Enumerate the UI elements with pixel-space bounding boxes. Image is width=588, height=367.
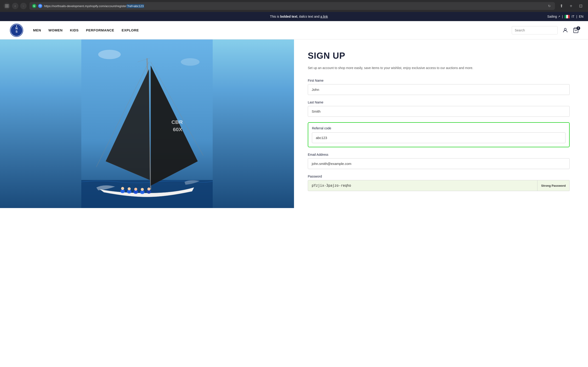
svg-rect-3 xyxy=(565,15,566,18)
reload-button[interactable]: ↻ xyxy=(547,3,552,9)
nav-item-kids[interactable]: KIDS xyxy=(70,27,79,33)
user-icon xyxy=(562,27,568,33)
password-field-wrapper: Strong Password xyxy=(308,180,570,191)
password-input[interactable] xyxy=(308,180,537,191)
forward-button[interactable]: › xyxy=(20,3,27,9)
announcement-middle: text and xyxy=(307,15,320,18)
first-name-input[interactable] xyxy=(308,84,570,95)
new-tab-button[interactable]: + xyxy=(567,2,575,10)
sailing-arrow-icon: ↗ xyxy=(558,15,560,18)
account-button[interactable] xyxy=(562,27,568,33)
nav-item-men[interactable]: MEN xyxy=(33,27,41,33)
referral-code-group: Referral code xyxy=(308,122,570,147)
url-prefix: https://northsails-development.myshopify… xyxy=(44,4,127,8)
share-button[interactable]: ⬆ xyxy=(558,2,565,10)
email-group: Email Address xyxy=(308,153,570,169)
form-title: SIGN UP xyxy=(308,51,570,61)
announcement-text: This is bolded text, italics text and a … xyxy=(51,15,547,18)
sailing-label: Sailing xyxy=(547,15,557,18)
referral-code-input[interactable] xyxy=(312,132,565,143)
grammarly-icon: G xyxy=(32,4,36,8)
site-wrapper: This is bolded text, italics text and a … xyxy=(0,12,588,208)
password-label: Password xyxy=(308,175,570,178)
form-subtitle: Set up an account to shop more easily, s… xyxy=(308,65,570,70)
svg-point-25 xyxy=(128,187,131,190)
first-name-group: First Name xyxy=(308,79,570,95)
svg-point-12 xyxy=(564,28,566,30)
announcement-prefix: This is xyxy=(270,15,280,18)
last-name-input[interactable] xyxy=(308,106,570,117)
privacy-extension-icon: 🛡 xyxy=(38,4,42,8)
nav-item-women[interactable]: WOMEN xyxy=(48,27,63,33)
first-name-label: First Name xyxy=(308,79,570,82)
email-input[interactable] xyxy=(308,158,570,169)
announcement-right: Sailing ↗ | IT | EN xyxy=(547,15,583,18)
signup-form: First Name Last Name Referral code Email… xyxy=(308,79,570,191)
hero-image: CBR 60X xyxy=(0,40,294,208)
svg-point-23 xyxy=(121,187,124,190)
address-bar[interactable]: G 🛡 https://northsails-development.mysho… xyxy=(29,2,555,10)
svg-text:N: N xyxy=(15,27,17,30)
cart-badge: 1 xyxy=(577,26,580,30)
announcement-bar: This is bolded text, italics text and a … xyxy=(0,12,588,21)
lang-separator: | xyxy=(576,15,577,18)
lang-divider: | xyxy=(562,15,563,18)
windows-button[interactable]: ⊡ xyxy=(577,2,584,10)
announcement-bold: bolded text xyxy=(280,15,297,18)
announcement-link[interactable]: a link xyxy=(320,15,328,18)
search-box[interactable] xyxy=(512,26,558,34)
referral-code-label: Referral code xyxy=(312,126,565,130)
strong-password-button[interactable]: Strong Password xyxy=(537,180,570,191)
site-logo[interactable]: N S xyxy=(9,23,24,38)
password-group: Password Strong Password xyxy=(308,175,570,191)
search-input[interactable] xyxy=(515,28,555,32)
svg-rect-0 xyxy=(5,5,9,5)
site-header: N S MEN WOMEN KIDS PERFORMANCE EXPLORE xyxy=(0,21,588,40)
email-label: Email Address xyxy=(308,153,570,156)
url-text: https://northsails-development.myshopify… xyxy=(44,4,545,8)
browser-controls: ‹ › xyxy=(4,3,27,9)
svg-rect-4 xyxy=(566,15,568,18)
svg-point-33 xyxy=(181,58,199,66)
last-name-label: Last Name xyxy=(308,100,570,104)
nav-item-explore[interactable]: EXPLORE xyxy=(121,27,139,33)
announcement-comma: , xyxy=(297,15,299,18)
svg-point-29 xyxy=(141,188,144,191)
last-name-group: Last Name xyxy=(308,100,570,117)
sailboat-scene-svg: CBR 60X xyxy=(0,40,294,208)
svg-point-31 xyxy=(147,188,150,191)
svg-point-32 xyxy=(98,50,121,59)
north-sails-logo-svg: N S xyxy=(9,23,24,38)
sailing-link[interactable]: Sailing ↗ xyxy=(547,15,560,18)
signup-form-section: SIGN UP Set up an account to shop more e… xyxy=(294,40,588,208)
browser-chrome: ‹ › G 🛡 https://northsails-development.m… xyxy=(0,0,588,12)
svg-point-27 xyxy=(134,188,137,191)
main-navigation: MEN WOMEN KIDS PERFORMANCE EXPLORE xyxy=(33,27,502,33)
svg-point-10 xyxy=(16,25,17,26)
cart-button[interactable]: 1 xyxy=(573,27,579,33)
lang-en-button[interactable]: EN xyxy=(579,15,583,18)
svg-text:CBR: CBR xyxy=(171,119,183,125)
back-button[interactable]: ‹ xyxy=(12,3,18,9)
main-content: CBR 60X xyxy=(0,40,588,208)
announcement-italic: italics xyxy=(299,15,307,18)
svg-text:60X: 60X xyxy=(173,126,182,132)
svg-rect-2 xyxy=(5,7,9,7)
url-highlighted: ?ref=abc123 xyxy=(127,4,144,8)
svg-rect-1 xyxy=(5,6,9,6)
header-actions: 1 xyxy=(512,26,579,34)
italian-flag-icon xyxy=(565,15,570,18)
browser-actions: ⬆ + ⊡ xyxy=(558,2,584,10)
lang-it-button[interactable]: IT xyxy=(571,15,574,18)
svg-text:S: S xyxy=(16,30,18,33)
nav-item-performance[interactable]: PERFORMANCE xyxy=(86,27,114,33)
sidebar-toggle-button[interactable] xyxy=(4,3,10,9)
svg-rect-5 xyxy=(568,15,570,18)
